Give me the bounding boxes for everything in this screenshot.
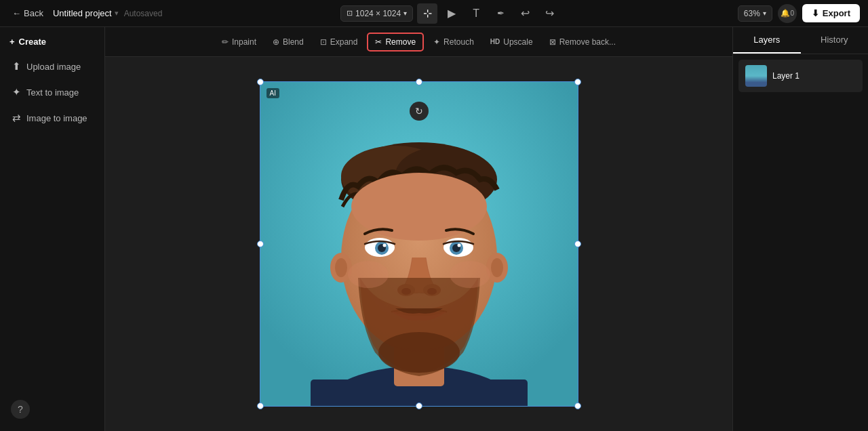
- svg-point-24: [335, 258, 347, 277]
- layer-item[interactable]: Layer 1: [738, 60, 863, 92]
- canvas-container[interactable]: ↻: [105, 57, 732, 431]
- refresh-button[interactable]: ↻: [410, 102, 429, 121]
- blend-icon: ⊕: [273, 37, 279, 47]
- retouch-button[interactable]: ✦ Retouch: [427, 34, 481, 50]
- remove-background-label: Remove back...: [559, 37, 616, 47]
- canvas-size-button[interactable]: ⊡ 1024 × 1024 ▾: [340, 5, 413, 22]
- project-title-chevron: ▾: [115, 9, 119, 18]
- notification-button[interactable]: 🔔 0: [778, 4, 797, 23]
- expand-icon: ⊡: [320, 37, 327, 47]
- right-panel: Layers History Layer 1: [732, 27, 868, 431]
- retouch-label: Retouch: [443, 37, 474, 47]
- inpaint-label: Inpaint: [232, 37, 256, 47]
- remove-label: Remove: [385, 37, 416, 47]
- remove-button[interactable]: ✂ Remove: [367, 33, 424, 52]
- run-tool-btn[interactable]: ▶: [441, 3, 462, 24]
- undo-btn[interactable]: ↩: [515, 3, 535, 24]
- tab-history-label: History: [821, 35, 848, 45]
- zoom-button[interactable]: 63% ▾: [738, 5, 772, 22]
- svg-point-25: [491, 258, 503, 277]
- expand-button[interactable]: ⊡ Expand: [313, 34, 365, 50]
- notification-count: 0: [791, 9, 795, 17]
- expand-label: Expand: [330, 37, 358, 47]
- remove-background-button[interactable]: ⊠ Remove back...: [542, 34, 623, 50]
- upload-image-icon: ⬆: [12, 60, 21, 73]
- refresh-icon: ↻: [415, 106, 423, 117]
- zoom-chevron: ▾: [763, 9, 766, 17]
- sidebar-item-text-to-image[interactable]: ✦ Text to image: [5, 81, 99, 104]
- text-to-image-label: Text to image: [26, 87, 79, 98]
- canvas-size-chevron: ▾: [403, 9, 407, 17]
- autosaved-status: Autosaved: [124, 9, 163, 18]
- sidebar-create-section: + Create: [5, 34, 99, 52]
- topbar-right: 63% ▾ 🔔 0 ⬇ Export: [738, 4, 860, 23]
- remove-icon: ✂: [375, 37, 382, 47]
- secondary-toolbar: ✏ Inpaint ⊕ Blend ⊡ Expand ✂ Remove ✦ Re…: [105, 27, 732, 57]
- help-button[interactable]: ?: [11, 400, 30, 419]
- back-arrow-icon: ←: [12, 8, 21, 18]
- sidebar-item-image-to-image[interactable]: ⇄ Image to image: [5, 106, 99, 129]
- blend-label: Blend: [283, 37, 304, 47]
- portrait-svg: [260, 81, 578, 407]
- back-button[interactable]: ← Back: [8, 5, 47, 21]
- topbar-left: ← Back Untitled project ▾ Autosaved: [8, 5, 162, 21]
- image-to-image-label: Image to image: [26, 113, 87, 123]
- svg-point-27: [450, 261, 490, 288]
- sidebar-bottom: ?: [5, 394, 99, 424]
- export-button[interactable]: ⬇ Export: [802, 4, 860, 22]
- retouch-icon: ✦: [433, 37, 440, 47]
- tab-layers[interactable]: Layers: [733, 27, 801, 54]
- layer-thumb-preview: [745, 65, 767, 87]
- canvas-wrapper: AI: [260, 81, 578, 407]
- help-icon: ?: [18, 404, 23, 415]
- project-title[interactable]: Untitled project ▾: [53, 8, 119, 18]
- svg-point-26: [348, 261, 389, 288]
- svg-point-12: [382, 244, 386, 247]
- canvas-area: ✏ Inpaint ⊕ Blend ⊡ Expand ✂ Remove ✦ Re…: [105, 27, 732, 431]
- text-to-image-icon: ✦: [12, 86, 21, 98]
- hd-upscale-label: Upscale: [503, 37, 532, 47]
- upload-image-label: Upload image: [26, 62, 81, 72]
- project-title-text: Untitled project: [53, 8, 112, 18]
- topbar: ← Back Untitled project ▾ Autosaved ⊡ 10…: [0, 0, 868, 27]
- pen-tool-btn[interactable]: ✒: [490, 3, 511, 24]
- create-section-icon: +: [9, 37, 15, 47]
- text-tool-btn[interactable]: T: [466, 3, 486, 24]
- svg-point-16: [457, 244, 460, 247]
- remove-background-icon: ⊠: [549, 37, 556, 47]
- blend-button[interactable]: ⊕ Blend: [266, 34, 311, 50]
- redo-btn[interactable]: ↪: [539, 3, 559, 24]
- topbar-center: ⊡ 1024 × 1024 ▾ ⊹ ▶ T ✒ ↩ ↪: [340, 3, 559, 24]
- ai-badge-text: AI: [270, 89, 276, 97]
- layer-name: Layer 1: [772, 71, 800, 81]
- sidebar-item-upload-image[interactable]: ⬆ Upload image: [5, 55, 99, 78]
- hd-upscale-button[interactable]: HD Upscale: [484, 34, 540, 50]
- tab-layers-label: Layers: [753, 35, 780, 45]
- ai-badge: AI: [267, 88, 279, 98]
- hd-upscale-icon: HD: [490, 38, 500, 45]
- sidebar: + Create ⬆ Upload image ✦ Text to image …: [0, 27, 105, 431]
- tab-history[interactable]: History: [801, 27, 869, 54]
- right-panel-tabs: Layers History: [733, 27, 868, 54]
- back-label: Back: [24, 8, 43, 18]
- image-to-image-icon: ⇄: [12, 112, 21, 124]
- create-section-label: Create: [19, 37, 46, 47]
- notification-icon: 🔔: [781, 9, 790, 18]
- canvas-image[interactable]: AI: [260, 81, 578, 407]
- layer-thumbnail: [745, 65, 767, 87]
- canvas-size-text: 1024 × 1024: [355, 9, 401, 18]
- svg-point-21: [378, 332, 460, 373]
- move-tool-btn[interactable]: ⊹: [417, 3, 437, 24]
- export-icon: ⬇: [812, 8, 819, 18]
- inpaint-button[interactable]: ✏ Inpaint: [215, 34, 263, 50]
- export-label: Export: [823, 8, 850, 18]
- zoom-level: 63%: [744, 9, 760, 18]
- canvas-size-icon: ⊡: [347, 9, 353, 18]
- main-content: + Create ⬆ Upload image ✦ Text to image …: [0, 27, 868, 431]
- inpaint-icon: ✏: [222, 37, 229, 47]
